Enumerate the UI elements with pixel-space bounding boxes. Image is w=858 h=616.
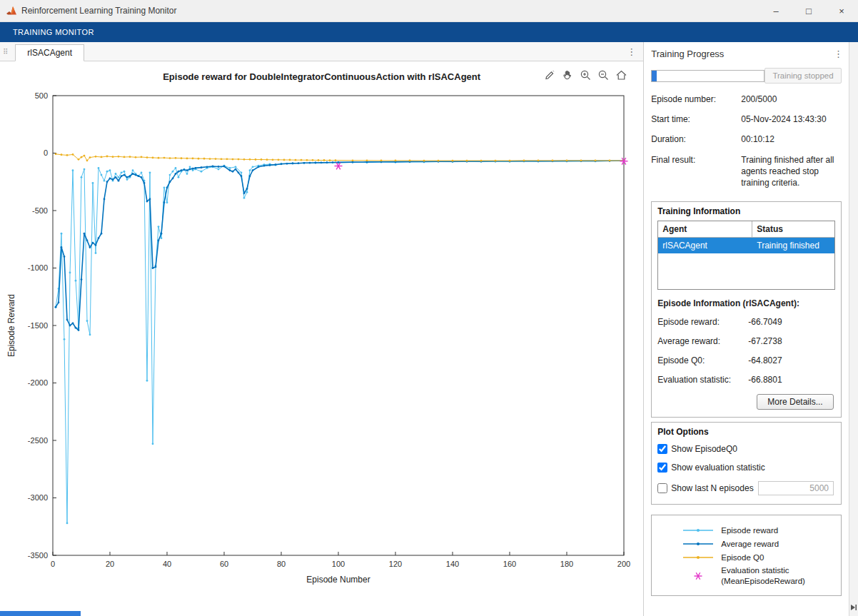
svg-text:20: 20 [106,560,114,568]
stat-episode-reward: Episode reward: -66.7049 [657,317,835,327]
svg-text:180: 180 [560,560,573,568]
svg-text:-1500: -1500 [28,321,48,330]
reward-plot[interactable]: 0204060801001201401601802005000-500-1000… [4,89,637,588]
progress-fields: Episode number: 200/5000 Start time: 05-… [644,86,849,197]
status-strip [0,611,81,616]
svg-text:120: 120 [389,560,402,568]
svg-text:Episode Number: Episode Number [306,575,370,585]
legend-label: Evaluation statistic(MeanEpisodeReward) [721,565,805,586]
plot-options-group: Plot Options Show EpisodeQ0 Show evaluat… [651,422,842,505]
figure-panel: ⠿ rlSACAgent ⋮ Episode reward for Double… [0,42,644,616]
chart-legend: Episode rewardAverage rewardEpisode Q0Ev… [651,515,842,596]
legend-item: Episode reward [682,525,841,536]
stat-evaluation-statistic: Evaluation statistic: -66.8801 [657,375,835,385]
show-last-n-episodes-checkbox[interactable] [657,483,667,493]
figure-menu-kebab-icon[interactable]: ⋮ [627,46,636,57]
plot-options-title: Plot Options [657,427,835,437]
svg-text:-1000: -1000 [28,263,48,272]
show-evaluation-statistic-label[interactable]: Show evaluation statistic [671,463,764,473]
show-episodeq0-label[interactable]: Show EpisodeQ0 [671,444,737,454]
svg-text:-3500: -3500 [28,551,48,560]
last-n-episodes-input[interactable] [758,481,834,495]
ribbon: TRAINING MONITOR [0,22,858,42]
chart-header: Episode reward for DoubleIntegratorConti… [0,67,643,89]
progress-menu-kebab-icon[interactable]: ⋮ [834,49,843,59]
maximize-button[interactable]: □ [792,0,825,21]
tab-rlsacagent[interactable]: rlSACAgent [15,44,84,61]
field-episode-number: Episode number: 200/5000 [651,94,842,105]
zoom-in-icon[interactable] [579,69,592,81]
titlebar: Reinforcement Learning Training Monitor … [0,0,858,22]
close-button[interactable]: × [825,0,858,21]
more-details-button[interactable]: More Details... [757,394,834,410]
window-title: Reinforcement Learning Training Monitor [21,6,176,16]
legend-item: Average reward [682,538,841,550]
show-evaluation-statistic-checkbox[interactable] [657,463,667,473]
axes-toolbar [543,69,627,81]
option-show-evaluation-statistic: Show evaluation statistic [657,463,834,473]
field-final-result: Final result: Training finished after al… [651,154,842,189]
document-tabstrip: ⠿ rlSACAgent ⋮ [0,42,643,61]
agent-table-row[interactable]: rlSACAgent Training finished [658,238,834,253]
legend-label: Episode Q0 [721,552,764,562]
svg-text:140: 140 [446,560,459,568]
legend-item: Episode Q0 [682,552,841,563]
agent-table-header: Agent Status [658,221,834,238]
field-start-time: Start time: 05-Nov-2024 13:43:30 [651,113,842,125]
svg-text:Episode Reward: Episode Reward [6,294,16,357]
svg-text:80: 80 [277,560,286,568]
svg-text:40: 40 [163,560,171,568]
training-progress-fill [652,71,656,81]
expand-panel-icon[interactable] [850,603,857,614]
matlab-logo-icon [6,5,17,16]
line-marker-icon [682,552,715,563]
episode-information-title: Episode Information (rlSACAgent): [657,298,835,308]
zoom-out-icon[interactable] [597,69,610,81]
legend-item: Evaluation statistic(MeanEpisodeReward) [682,565,841,586]
training-progress-title: Training Progress [651,49,724,59]
training-stopped-button[interactable]: Training stopped [764,68,842,84]
chart-container: Episode reward for DoubleIntegratorConti… [0,61,643,616]
svg-text:0: 0 [51,560,55,568]
asterisk-marker-icon [682,570,715,582]
pan-hand-icon[interactable] [561,69,574,81]
line-marker-icon [682,525,715,536]
stat-episode-q0: Episode Q0: -64.8027 [657,355,835,365]
restore-view-home-icon[interactable] [615,69,627,81]
svg-text:200: 200 [617,560,630,568]
svg-text:0: 0 [44,148,48,157]
agent-table-empty [658,253,834,289]
svg-text:-3000: -3000 [28,493,48,502]
svg-text:-2000: -2000 [28,378,48,387]
svg-text:60: 60 [220,560,228,568]
minimize-button[interactable]: – [759,0,792,21]
show-last-n-episodes-label[interactable]: Show last N episodes [671,483,753,493]
svg-text:160: 160 [503,560,516,568]
training-progress-panel: Training Progress ⋮ Training stopped Epi… [644,42,849,616]
legend-label: Episode reward [721,525,778,535]
side-rail [849,42,858,616]
agent-status-table: Agent Status rlSACAgent Training finishe… [657,221,835,290]
main-area: ⠿ rlSACAgent ⋮ Episode reward for Double… [0,42,858,616]
field-duration: Duration: 00:10:12 [651,133,842,145]
tab-training-monitor[interactable]: TRAINING MONITOR [7,25,100,39]
training-information-title: Training Information [657,206,835,216]
training-information-group: Training Information Agent Status rlSACA… [651,201,842,418]
option-show-last-n-episodes: Show last N episodes [657,481,834,495]
drag-grip-icon: ⠿ [3,48,8,56]
svg-text:100: 100 [332,560,345,568]
edit-plot-icon[interactable] [543,69,556,81]
training-progress-bar [651,70,764,82]
line-marker-icon [682,538,715,550]
stat-average-reward: Average reward: -67.2738 [657,336,835,346]
show-episodeq0-checkbox[interactable] [657,444,667,454]
svg-text:500: 500 [35,91,48,100]
svg-text:-500: -500 [32,206,48,215]
option-show-episodeq0: Show EpisodeQ0 [657,444,834,454]
legend-label: Average reward [721,539,779,549]
svg-text:-2500: -2500 [28,436,48,445]
